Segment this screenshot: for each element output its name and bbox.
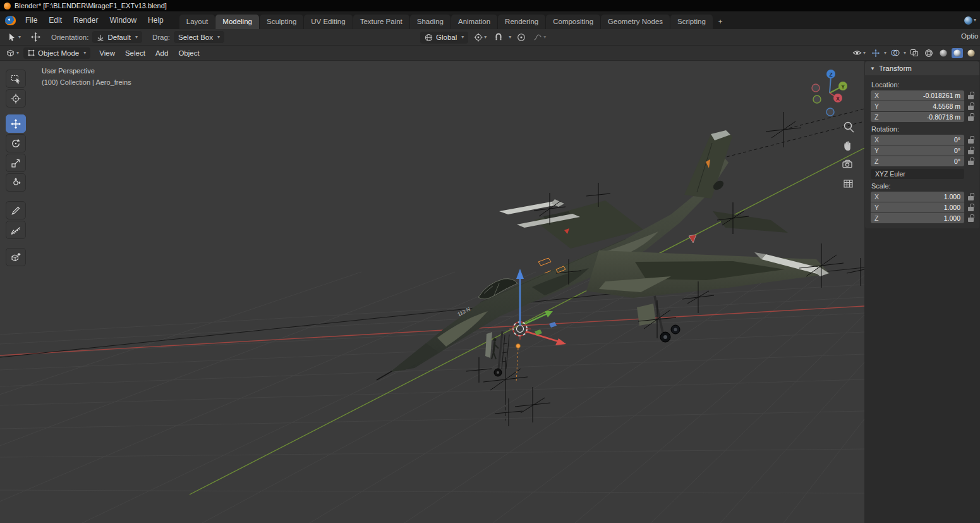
- location-y-lock[interactable]: [964, 103, 977, 110]
- tab-compositing[interactable]: Compositing: [546, 15, 600, 29]
- rotation-x-field[interactable]: X 0°: [871, 135, 964, 145]
- tab-texture-paint[interactable]: Texture Paint: [353, 15, 409, 29]
- transform-orientation-dropdown[interactable]: Global ▾: [420, 32, 468, 44]
- mode-dropdown[interactable]: Object Mode ▾: [23, 47, 90, 59]
- blender-menu-icon[interactable]: [5, 16, 16, 25]
- tool-scale[interactable]: [6, 154, 26, 172]
- scale-x-field[interactable]: X 1.000: [871, 192, 964, 202]
- gizmo-plane-handle[interactable]: [549, 322, 557, 328]
- toggle-ortho-button[interactable]: [844, 180, 852, 187]
- object-visibility-dropdown[interactable]: ▾: [850, 47, 868, 58]
- add-workspace-button[interactable]: +: [713, 15, 728, 29]
- chevron-down-icon: ▾: [484, 35, 487, 40]
- gizmo-settings-dropdown[interactable]: ▾: [884, 51, 886, 56]
- falloff-curve-icon: [533, 33, 542, 42]
- sidebar-n-panel: ▼ Transform Location: X -0.018261 m Y 4.…: [864, 61, 980, 523]
- pan-hand-button[interactable]: [844, 141, 850, 151]
- tab-rendering[interactable]: Rendering: [498, 15, 545, 29]
- location-label: Location:: [871, 81, 977, 89]
- axis-label: Z: [874, 157, 878, 165]
- nav-axis-z-neg[interactable]: [826, 108, 834, 116]
- editor-type-dropdown[interactable]: ▾: [4, 47, 21, 59]
- tool-measure[interactable]: [6, 221, 26, 239]
- pivot-point-dropdown[interactable]: ▾: [472, 32, 488, 43]
- aircraft-model[interactable]: 112-N: [377, 130, 830, 380]
- navigation-gizmo[interactable]: Z Y X: [812, 70, 847, 116]
- axis-label: Y: [874, 204, 879, 211]
- rotation-y-field[interactable]: Y 0°: [871, 145, 964, 156]
- tab-animation[interactable]: Animation: [451, 15, 497, 29]
- shading-wireframe-button[interactable]: [923, 47, 935, 59]
- object-mode-icon: [28, 49, 35, 56]
- tool-cursor[interactable]: [6, 89, 26, 108]
- orientation-dropdown[interactable]: Default ▾: [92, 31, 142, 43]
- shading-rendered-button[interactable]: [965, 47, 977, 59]
- menu-select[interactable]: Select: [120, 47, 150, 59]
- titlebar: Blender* [F:\BLENDER\MirageF1_EXTv13.ble…: [0, 0, 980, 11]
- rotation-y-lock[interactable]: [964, 147, 977, 154]
- orientation-label: Orientation:: [51, 34, 88, 41]
- tool-transform[interactable]: [6, 173, 26, 192]
- snap-toggle[interactable]: [492, 32, 505, 43]
- rotation-z-lock[interactable]: [964, 158, 977, 165]
- tool-select-box[interactable]: [6, 70, 26, 88]
- scale-x-lock[interactable]: [964, 194, 977, 200]
- options-label[interactable]: Optio: [961, 32, 980, 40]
- menu-file[interactable]: File: [20, 13, 43, 27]
- location-x-lock[interactable]: [964, 92, 977, 99]
- menu-edit[interactable]: Edit: [43, 13, 68, 27]
- scale-y-field[interactable]: Y 1.000: [871, 202, 964, 212]
- location-z-lock[interactable]: [964, 114, 977, 121]
- menu-window[interactable]: Window: [104, 13, 142, 27]
- shading-solid-button[interactable]: [937, 47, 950, 59]
- camera-view-button[interactable]: [843, 161, 852, 168]
- nav-axis-y-neg[interactable]: [813, 95, 821, 103]
- show-overlays-toggle[interactable]: [888, 47, 902, 58]
- tool-annotate[interactable]: [6, 201, 26, 219]
- rotation-mode-dropdown[interactable]: XYZ Euler: [871, 169, 964, 179]
- location-z-row: Z -0.80718 m: [871, 112, 977, 122]
- tab-uv-editing[interactable]: UV Editing: [304, 15, 352, 29]
- rotation-x-lock[interactable]: [964, 137, 977, 144]
- tool-add-cube[interactable]: [6, 248, 26, 266]
- tool-move[interactable]: [6, 114, 26, 133]
- menu-add[interactable]: Add: [150, 47, 173, 59]
- xray-toggle[interactable]: [908, 47, 921, 58]
- location-y-field[interactable]: Y 4.5568 m: [871, 101, 964, 111]
- mode-value: Object Mode: [38, 49, 79, 57]
- tab-scripting[interactable]: Scripting: [670, 15, 713, 29]
- proportional-editing-toggle[interactable]: [515, 32, 528, 43]
- tab-shading[interactable]: Shading: [410, 15, 451, 29]
- transform-panel-header[interactable]: ▼ Transform: [865, 61, 979, 75]
- rotation-z-field[interactable]: Z 0°: [871, 156, 964, 166]
- viewport-3d[interactable]: 112-N: [0, 61, 864, 523]
- zoom-button[interactable]: [845, 123, 854, 133]
- location-x-row: X -0.018261 m: [871, 90, 977, 101]
- show-gizmo-toggle[interactable]: [869, 47, 882, 59]
- shading-material-button[interactable]: [952, 48, 963, 58]
- active-tool-dropdown[interactable]: ▾: [5, 31, 23, 44]
- rotation-mode-value: XYZ Euler: [875, 170, 905, 178]
- location-z-field[interactable]: Z -0.80718 m: [871, 112, 964, 122]
- scale-z-lock[interactable]: [964, 215, 977, 222]
- app-status-icon[interactable]: [964, 16, 972, 25]
- tab-modeling[interactable]: Modeling: [215, 15, 259, 29]
- snap-settings-dropdown[interactable]: ▾: [509, 35, 511, 40]
- menu-help[interactable]: Help: [142, 13, 169, 27]
- scale-y-lock[interactable]: [964, 204, 977, 211]
- axis-label: Z: [874, 214, 878, 222]
- tab-layout[interactable]: Layout: [179, 15, 215, 29]
- tool-rotate[interactable]: [6, 134, 26, 152]
- menu-object[interactable]: Object: [173, 47, 204, 59]
- gizmo-x-arrow[interactable]: [526, 331, 559, 341]
- menu-view[interactable]: View: [94, 47, 120, 59]
- location-x-field[interactable]: X -0.018261 m: [871, 90, 964, 101]
- drag-dropdown[interactable]: Select Box ▾: [174, 31, 224, 43]
- proportional-falloff-dropdown[interactable]: ▾: [531, 32, 548, 43]
- overlays-settings-dropdown[interactable]: ▾: [904, 51, 906, 56]
- tab-geometry-nodes[interactable]: Geometry Nodes: [601, 15, 670, 29]
- menu-render[interactable]: Render: [68, 13, 104, 27]
- tab-sculpting[interactable]: Sculpting: [260, 15, 303, 29]
- nav-axis-x-neg[interactable]: [812, 84, 820, 92]
- scale-z-field[interactable]: Z 1.000: [871, 213, 964, 223]
